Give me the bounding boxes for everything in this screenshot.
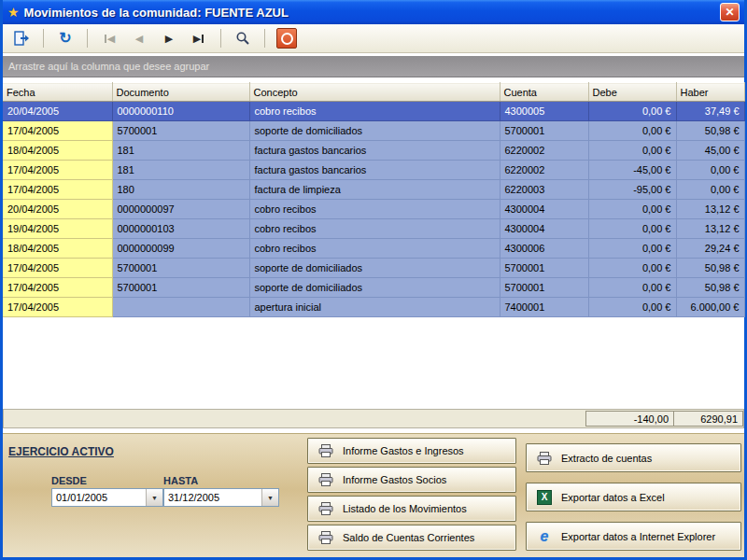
cell-concepto[interactable]: cobro recibos <box>249 239 500 259</box>
cell-haber[interactable]: 29,24 € <box>676 239 744 259</box>
cell-haber[interactable]: 45,00 € <box>676 141 744 161</box>
grid-row[interactable]: 17/04/2005181factura gastos bancarios622… <box>3 161 744 180</box>
cell-fecha[interactable]: 18/04/2005 <box>3 141 112 161</box>
cell-cuenta[interactable]: 6220002 <box>500 141 588 161</box>
cell-haber[interactable]: 13,12 € <box>676 219 744 239</box>
nav-first-button[interactable]: ◀ <box>96 26 122 50</box>
cell-fecha[interactable]: 20/04/2005 <box>3 102 112 121</box>
refresh-button[interactable]: ↻ <box>52 26 78 50</box>
grid-row[interactable]: 18/04/2005181factura gastos bancarios622… <box>3 141 744 161</box>
cell-haber[interactable]: 0,00 € <box>676 161 744 180</box>
nav-last-button[interactable]: ▶ <box>186 26 212 50</box>
cell-documento[interactable]: 180 <box>112 180 249 200</box>
close-button[interactable]: ✕ <box>720 3 740 21</box>
cell-debe[interactable]: 0,00 € <box>588 278 676 298</box>
cell-concepto[interactable]: apertura inicial <box>249 298 500 317</box>
cell-debe[interactable]: 0,00 € <box>588 239 676 259</box>
hasta-select[interactable]: 31/12/2005 ▼ <box>163 488 279 507</box>
exit-button[interactable] <box>8 26 35 50</box>
power-button[interactable] <box>274 26 300 50</box>
cell-haber[interactable]: 6.000,00 € <box>676 298 744 317</box>
column-header-haber[interactable]: Haber <box>676 83 744 102</box>
cell-concepto[interactable]: cobro recibos <box>249 200 500 219</box>
cell-concepto[interactable]: soporte de domiciliados <box>249 121 500 141</box>
cell-cuenta[interactable]: 7400001 <box>500 298 588 317</box>
cell-concepto[interactable]: factura de limpieza <box>249 180 500 200</box>
cell-cuenta[interactable]: 4300006 <box>500 239 588 259</box>
exportar-excel-button[interactable]: X Exportar datos a Excel <box>526 483 741 511</box>
grid-row[interactable]: 20/04/20050000000097cobro recibos4300004… <box>3 200 744 219</box>
cell-cuenta[interactable]: 4300004 <box>500 200 588 219</box>
grid-row[interactable]: 18/04/20050000000099cobro recibos4300006… <box>3 239 744 259</box>
cell-cuenta[interactable]: 5700001 <box>500 278 588 298</box>
cell-debe[interactable]: 0,00 € <box>588 259 676 278</box>
cell-concepto[interactable]: factura gastos bancarios <box>249 141 500 161</box>
cell-documento[interactable]: 5700001 <box>112 259 249 278</box>
cell-debe[interactable]: 0,00 € <box>588 219 676 239</box>
cell-fecha[interactable]: 17/04/2005 <box>3 278 112 298</box>
exportar-internet-explorer-button[interactable]: e Exportar datos a Internet Explorer <box>526 522 741 551</box>
cell-cuenta[interactable]: 6220002 <box>500 161 588 180</box>
chevron-down-icon[interactable]: ▼ <box>261 489 278 506</box>
cell-debe[interactable]: -95,00 € <box>588 180 676 200</box>
nav-prev-button[interactable]: ◀ <box>126 26 152 50</box>
cell-debe[interactable]: 0,00 € <box>588 141 676 161</box>
cell-haber[interactable]: 13,12 € <box>676 200 744 219</box>
informe-gastos-socios-button[interactable]: Informe Gastos Socios <box>307 467 516 493</box>
cell-debe[interactable]: -45,00 € <box>588 161 676 180</box>
cell-cuenta[interactable]: 5700001 <box>500 259 588 278</box>
grid-row[interactable]: 17/04/20055700001soporte de domiciliados… <box>3 259 744 278</box>
cell-documento[interactable]: 181 <box>112 161 249 180</box>
cell-debe[interactable]: 0,00 € <box>588 298 676 317</box>
cell-concepto[interactable]: soporte de domiciliados <box>249 259 500 278</box>
cell-cuenta[interactable]: 4300004 <box>500 219 588 239</box>
cell-debe[interactable]: 0,00 € <box>588 102 676 121</box>
column-header-fecha[interactable]: Fecha <box>3 83 112 102</box>
column-header-debe[interactable]: Debe <box>588 83 676 102</box>
saldo-cuentas-corrientes-button[interactable]: Saldo de Cuentas Corrientes <box>307 525 516 551</box>
cell-haber[interactable]: 37,49 € <box>676 102 744 121</box>
cell-fecha[interactable]: 17/04/2005 <box>3 259 112 278</box>
cell-cuenta[interactable]: 5700001 <box>500 121 588 141</box>
cell-fecha[interactable]: 19/04/2005 <box>3 219 112 239</box>
cell-documento[interactable]: 0000000097 <box>112 200 249 219</box>
column-header-cuenta[interactable]: Cuenta <box>500 83 588 102</box>
cell-cuenta[interactable]: 6220003 <box>500 180 588 200</box>
grid-row[interactable]: 20/04/20050000000110cobro recibos4300005… <box>3 102 744 121</box>
cell-documento[interactable]: 0000000099 <box>112 239 249 259</box>
cell-concepto[interactable]: cobro recibos <box>249 102 500 121</box>
cell-cuenta[interactable]: 4300005 <box>500 102 588 121</box>
nav-next-button[interactable]: ▶ <box>156 26 182 50</box>
cell-documento[interactable]: 181 <box>112 141 249 161</box>
grid-row[interactable]: 17/04/20055700001soporte de domiciliados… <box>3 121 744 141</box>
cell-documento[interactable]: 0000000103 <box>112 219 249 239</box>
informe-gastos-ingresos-button[interactable]: Informe Gastos e Ingresos <box>307 438 516 464</box>
group-by-bar[interactable]: Arrastre aquí la columna que desee agrup… <box>3 56 744 77</box>
cell-haber[interactable]: 50,98 € <box>676 259 744 278</box>
desde-select[interactable]: 01/01/2005 ▼ <box>51 488 163 507</box>
cell-haber[interactable]: 50,98 € <box>676 121 744 141</box>
cell-fecha[interactable]: 18/04/2005 <box>3 239 112 259</box>
extracto-cuentas-button[interactable]: Extracto de cuentas <box>526 443 741 472</box>
cell-documento[interactable]: 5700001 <box>112 278 249 298</box>
cell-debe[interactable]: 0,00 € <box>588 121 676 141</box>
cell-documento[interactable]: 5700001 <box>112 121 249 141</box>
cell-fecha[interactable]: 17/04/2005 <box>3 180 112 200</box>
cell-fecha[interactable]: 17/04/2005 <box>3 121 112 141</box>
cell-haber[interactable]: 50,98 € <box>676 278 744 298</box>
column-header-concepto[interactable]: Concepto <box>249 83 500 102</box>
grid-row[interactable]: 17/04/20055700001soporte de domiciliados… <box>3 278 744 298</box>
cell-concepto[interactable]: factura gastos bancarios <box>249 161 500 180</box>
cell-fecha[interactable]: 20/04/2005 <box>3 200 112 219</box>
listado-movimientos-button[interactable]: Listado de los Movimientos <box>307 496 516 522</box>
chevron-down-icon[interactable]: ▼ <box>146 489 162 506</box>
column-header-documento[interactable]: Documento <box>112 83 249 102</box>
cell-concepto[interactable]: cobro recibos <box>249 219 500 239</box>
grid-row[interactable]: 19/04/20050000000103cobro recibos4300004… <box>3 219 744 239</box>
cell-documento[interactable] <box>112 298 249 317</box>
cell-concepto[interactable]: soporte de domiciliados <box>249 278 500 298</box>
cell-fecha[interactable]: 17/04/2005 <box>3 298 112 317</box>
grid-row[interactable]: 17/04/2005180factura de limpieza6220003-… <box>3 180 744 200</box>
cell-debe[interactable]: 0,00 € <box>588 200 676 219</box>
search-button[interactable] <box>230 26 256 50</box>
